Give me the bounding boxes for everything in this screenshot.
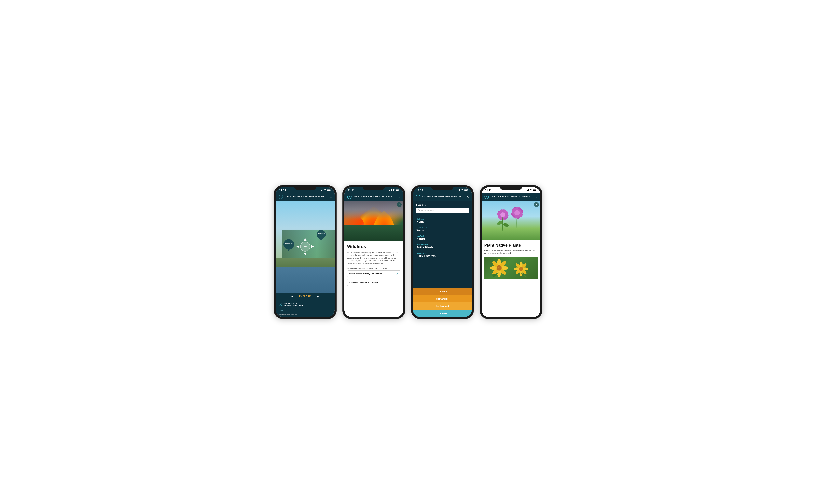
wildfire-body: Wildfires The Willamette Valley, includi… bbox=[344, 241, 403, 317]
wifi-icon-1 bbox=[324, 189, 326, 191]
wildfire-trees bbox=[344, 225, 403, 241]
app-logo-4 bbox=[485, 195, 489, 199]
phone-1: 11:11 TUALATIN RIVER WATERSHED NAVIGATOR… bbox=[274, 185, 337, 319]
svg-rect-35 bbox=[536, 190, 537, 190]
nav-item-soil[interactable]: Grow Healthy Soil + Plants bbox=[413, 242, 472, 251]
app-header-1: TUALATIN RIVER WATERSHED NAVIGATOR ≡ bbox=[276, 193, 335, 201]
wildfire-title: Wildfires bbox=[347, 244, 400, 249]
battery-icon-1 bbox=[327, 189, 331, 191]
svg-point-43 bbox=[501, 212, 505, 217]
app-header-4: TUALATIN RIVER WATERSHED NAVIGATOR ≡ bbox=[482, 193, 541, 201]
svg-rect-1 bbox=[321, 190, 322, 191]
hotspot-river[interactable]: The Tualatin River bbox=[317, 230, 326, 239]
phone-4: 11:11 TUALATIN RIVER WATERSHED NAVIGATOR… bbox=[480, 185, 543, 319]
phone-2: 11:11 TUALATIN RIVER WATERSHED NAVIGATOR… bbox=[342, 185, 405, 319]
svg-rect-31 bbox=[528, 189, 528, 191]
translate-button[interactable]: Translate bbox=[413, 310, 472, 317]
status-time-1: 11:11 bbox=[279, 189, 286, 192]
nav-item-water[interactable]: Learn About Water bbox=[413, 225, 472, 233]
signal-icon-2 bbox=[389, 189, 392, 191]
nav-sub-nature: Live With bbox=[417, 235, 468, 237]
footer-links: ABOUT bbox=[279, 309, 332, 311]
svg-rect-29 bbox=[527, 190, 527, 191]
close-menu-button[interactable]: ✕ bbox=[466, 195, 469, 199]
external-link-icon-2: ↗ bbox=[396, 281, 398, 284]
get-involved-button[interactable]: Get Involved bbox=[413, 302, 472, 310]
plants-image-top: ✕ bbox=[482, 201, 541, 240]
signal-icon-1 bbox=[321, 189, 323, 191]
status-icons-4 bbox=[527, 189, 537, 191]
svg-rect-17 bbox=[396, 190, 398, 191]
nav-main-water: Water bbox=[417, 229, 468, 232]
nav-buttons-section: Get Help Get Outside Get Involved Transl… bbox=[413, 288, 472, 317]
compass-arrow-right bbox=[311, 245, 314, 248]
plants-body: Plant Native Plants Planting native tree… bbox=[482, 240, 541, 317]
nav-item-home[interactable]: Go Back Home bbox=[413, 216, 472, 225]
nav-menu-list: Go Back Home Learn About Water Live With… bbox=[413, 216, 472, 288]
compass-360[interactable]: 360° bbox=[298, 240, 312, 254]
close-button-plants[interactable]: ✕ bbox=[534, 202, 539, 207]
nav-main-rain: Rain + Storms bbox=[417, 255, 468, 258]
phone-3: 11:11 TUALATIN RIVER WATERSHED NAVIGATOR… bbox=[411, 185, 474, 319]
external-link-icon-1: ↗ bbox=[396, 272, 398, 275]
header-title-3: TUALATIN RIVER WATERSHED NAVIGATOR bbox=[422, 196, 465, 198]
svg-rect-7 bbox=[327, 190, 330, 191]
nav-main-home: Home bbox=[417, 220, 468, 223]
close-button-wildfire[interactable]: ✕ bbox=[397, 202, 401, 207]
battery-icon-2 bbox=[395, 189, 399, 191]
plants-image-bottom bbox=[485, 257, 538, 279]
hamburger-menu-2[interactable]: ≡ bbox=[398, 195, 400, 199]
hamburger-menu-4[interactable]: ≡ bbox=[536, 195, 537, 199]
compass-arrow-bottom bbox=[304, 253, 307, 255]
phone-1-inner: 11:11 TUALATIN RIVER WATERSHED NAVIGATOR… bbox=[276, 187, 335, 317]
app-header-2: TUALATIN RIVER WATERSHED NAVIGATOR ≡ bbox=[344, 193, 403, 201]
wildfire-link-1[interactable]: Create Your Own Ready, Set, Go! Plan ↗ bbox=[347, 270, 400, 277]
svg-point-23 bbox=[462, 191, 463, 191]
svg-rect-16 bbox=[399, 190, 399, 190]
wifi-icon-2 bbox=[393, 189, 395, 191]
svg-rect-13 bbox=[391, 189, 392, 191]
svg-rect-0 bbox=[321, 190, 321, 191]
svg-rect-12 bbox=[390, 189, 391, 191]
svg-point-49 bbox=[497, 220, 503, 226]
explore-next-arrow[interactable]: ▶ bbox=[317, 295, 319, 298]
compass-arrow-left bbox=[296, 245, 299, 248]
search-input-wrapper[interactable]: Enter keyword bbox=[416, 208, 469, 213]
about-link[interactable]: ABOUT bbox=[279, 309, 284, 311]
nav-sub-home: Go Back bbox=[417, 218, 468, 220]
footer-logo-icon bbox=[279, 303, 282, 306]
hamburger-menu-1[interactable]: ≡ bbox=[330, 195, 331, 199]
wildfire-link-1-text: Create Your Own Ready, Set, Go! Plan bbox=[349, 273, 382, 275]
signal-icon-3 bbox=[458, 189, 461, 191]
svg-rect-25 bbox=[468, 190, 468, 190]
explore-label: EXPLORE bbox=[299, 295, 311, 297]
signal-icon-4 bbox=[527, 189, 529, 191]
hotspot-water[interactable]: The Water You Use bbox=[283, 239, 294, 250]
plants-title: Plant Native Plants bbox=[485, 243, 538, 248]
footer-email: info@watershednavigator.org bbox=[279, 313, 297, 315]
wifi-icon-4 bbox=[530, 189, 532, 191]
get-outside-button[interactable]: Get Outside bbox=[413, 295, 472, 302]
notch-4 bbox=[500, 185, 522, 190]
svg-point-60 bbox=[498, 267, 499, 268]
wildfire-link-2[interactable]: Assess Wildfire Risk and Prepare ↗ bbox=[347, 279, 400, 286]
svg-rect-20 bbox=[459, 190, 459, 191]
footer-email-wrapper: info@watershednavigator.org bbox=[279, 312, 332, 315]
notch-3 bbox=[431, 185, 454, 190]
get-help-button[interactable]: Get Help bbox=[413, 288, 472, 295]
nav-item-rain[interactable]: Understand Rain + Storms bbox=[413, 251, 472, 259]
battery-icon-4 bbox=[533, 189, 537, 191]
svg-rect-32 bbox=[529, 189, 529, 191]
header-title-2: TUALATIN RIVER WATERSHED NAVIGATOR bbox=[353, 196, 397, 198]
battery-icon-3 bbox=[464, 189, 468, 191]
svg-rect-6 bbox=[330, 190, 331, 190]
nav-item-nature[interactable]: Live With Nature bbox=[413, 233, 472, 242]
screenshots-container: 11:11 TUALATIN RIVER WATERSHED NAVIGATOR… bbox=[274, 185, 543, 319]
phone-3-inner: 11:11 TUALATIN RIVER WATERSHED NAVIGATOR… bbox=[413, 187, 472, 317]
explore-prev-arrow[interactable]: ◀ bbox=[291, 295, 293, 298]
header-title-4: TUALATIN RIVER WATERSHED NAVIGATOR bbox=[491, 196, 534, 198]
yellow-flowers-svg bbox=[485, 257, 538, 279]
svg-rect-26 bbox=[464, 190, 467, 191]
svg-point-48 bbox=[515, 210, 520, 215]
purple-flowers-svg bbox=[491, 203, 531, 238]
